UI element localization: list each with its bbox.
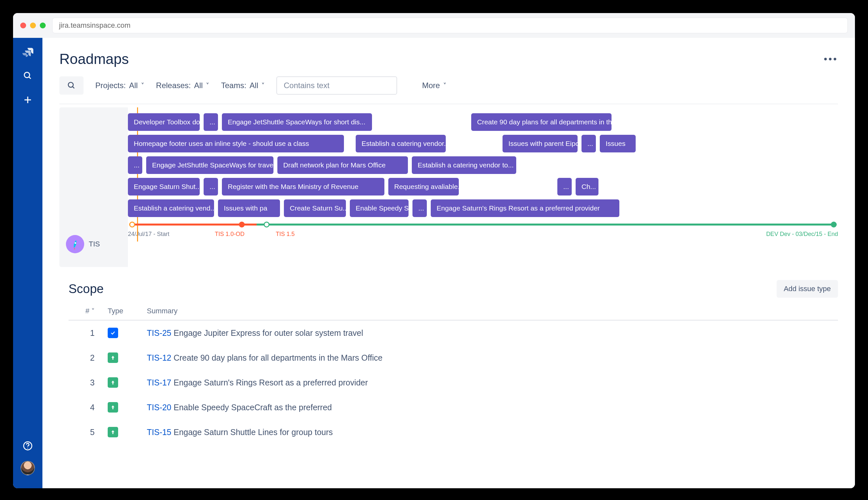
svg-line-1 [29, 77, 31, 79]
issue-key-link[interactable]: TIS-17 [147, 378, 174, 387]
main-content: Roadmaps ••• Projects: All ˅ Releases: A… [43, 38, 855, 488]
rocket-icon [66, 235, 84, 253]
chevron-down-icon: ˅ [261, 82, 265, 89]
row-summary: TIS-15 Engage Saturn Shuttle Lines for g… [147, 428, 838, 437]
help-icon[interactable] [21, 439, 34, 452]
chevron-down-icon: ˅ [91, 307, 95, 315]
row-summary: TIS-25 Engage Jupiter Express for outer … [147, 328, 838, 338]
col-number-label: # [85, 307, 89, 315]
gantt-bar[interactable]: Engage JetShuttle SpaceWays for travel [146, 156, 273, 174]
svg-point-6 [68, 82, 73, 87]
gantt-bar[interactable]: ... [204, 178, 218, 195]
team-badge[interactable]: TIS [66, 235, 100, 253]
gantt-bar[interactable]: ... [204, 113, 218, 131]
col-type[interactable]: Type [108, 307, 134, 315]
scope-title: Scope [69, 282, 104, 296]
close-icon[interactable] [20, 23, 26, 29]
more-filters[interactable]: More ˅ [422, 81, 446, 90]
filter-value: All [194, 81, 203, 90]
scope-section: Scope Add issue type # ˅ Type Summary 1T… [43, 267, 855, 444]
gantt-bar[interactable]: Draft network plan for Mars Office [277, 156, 408, 174]
col-summary[interactable]: Summary [147, 307, 838, 315]
avatar[interactable] [21, 461, 35, 475]
gantt-bar[interactable]: Create Saturn Su... [284, 200, 346, 217]
row-number: 4 [69, 403, 95, 412]
timeline-start-label: 24/Jul/17 - Start [128, 231, 169, 238]
svg-point-5 [27, 448, 28, 449]
gantt-bar[interactable]: ... [412, 200, 427, 217]
teams-filter[interactable]: Teams: All ˅ [221, 81, 265, 90]
gantt-bar[interactable]: Engage JetShuttle SpaceWays for short di… [222, 113, 372, 131]
releases-filter[interactable]: Releases: All ˅ [156, 81, 209, 90]
issue-key-link[interactable]: TIS-15 [147, 428, 174, 437]
gantt-bar[interactable]: ... [582, 135, 596, 152]
search-icon[interactable] [21, 69, 34, 82]
row-number: 2 [69, 353, 95, 363]
roadmap-panel: TIS Developer Toolbox do......Engage Jet… [43, 104, 855, 267]
address-bar[interactable]: jira.teamsinspace.com [52, 18, 848, 33]
table-row[interactable]: 4TIS-20 Enable Speedy SpaceCraft as the … [69, 395, 838, 420]
gantt-bar[interactable]: Issues with parent Eipc [503, 135, 578, 152]
gantt-bar[interactable]: Requesting avaliable... [388, 178, 459, 195]
timeline-mid2-label: TIS 1.5 [276, 231, 295, 238]
col-number[interactable]: # ˅ [69, 307, 95, 315]
minimize-icon[interactable] [30, 23, 36, 29]
gantt-row: Homepage footer uses an inline style - s… [128, 135, 838, 152]
filters-bar: Projects: All ˅ Releases: All ˅ Teams: A… [43, 73, 855, 104]
filter-label: Releases: [156, 81, 191, 90]
svg-line-7 [72, 87, 74, 88]
row-number: 5 [69, 428, 95, 437]
issue-summary-text: Engage Saturn Shuttle Lines for group to… [174, 428, 333, 437]
issue-key-link[interactable]: TIS-25 [147, 328, 174, 338]
gantt-bar[interactable]: Create 90 day plans for all departments … [471, 113, 612, 131]
gantt-bar[interactable]: Engage Saturn's Rings Resort as a prefer… [431, 200, 619, 217]
row-number: 1 [69, 328, 95, 338]
gantt-bar[interactable]: Developer Toolbox do... [128, 113, 200, 131]
filter-search-button[interactable] [59, 76, 83, 95]
gantt-bar[interactable]: Ch... [575, 178, 598, 195]
improvement-icon [108, 402, 118, 412]
gantt-bar[interactable]: Enable Speedy S... [350, 200, 409, 217]
gantt-bar[interactable]: Issues with pa [218, 200, 280, 217]
row-type [108, 377, 134, 388]
gantt-area[interactable]: Developer Toolbox do......Engage JetShut… [128, 107, 838, 267]
gantt-bar[interactable]: Establish a catering vendor... [356, 135, 446, 152]
zoom-icon[interactable] [40, 23, 46, 29]
timeline-labels: 24/Jul/17 - Start TIS 1.0-OD TIS 1.5 DEV… [128, 231, 838, 238]
gantt-bar[interactable]: Engage Saturn Shut... [128, 178, 200, 195]
add-issue-type-button[interactable]: Add issue type [777, 280, 838, 298]
table-row[interactable]: 2TIS-12 Create 90 day plans for all depa… [69, 345, 838, 370]
gantt-bar[interactable]: Issues [600, 135, 636, 152]
gantt-row: Establish a catering vend...Issues with … [128, 200, 838, 217]
create-icon[interactable] [21, 93, 34, 106]
row-summary: TIS-12 Create 90 day plans for all depar… [147, 353, 838, 363]
filter-value: All [250, 81, 259, 90]
gantt-bar[interactable]: Establish a catering vendor to... [412, 156, 516, 174]
issue-summary-text: Engage Saturn's Rings Resort as a prefer… [174, 378, 368, 387]
issue-summary-text: Create 90 day plans for all departments … [174, 353, 382, 362]
filter-value: All [129, 81, 138, 90]
table-row[interactable]: 5TIS-15 Engage Saturn Shuttle Lines for … [69, 420, 838, 444]
projects-filter[interactable]: Projects: All ˅ [95, 81, 144, 90]
issue-key-link[interactable]: TIS-20 [147, 403, 174, 412]
jira-logo-icon[interactable] [21, 45, 34, 58]
row-summary: TIS-17 Engage Saturn's Rings Resort as a… [147, 378, 838, 387]
gantt-bar[interactable]: ... [128, 156, 142, 174]
table-row[interactable]: 3TIS-17 Engage Saturn's Rings Resort as … [69, 370, 838, 395]
gantt-bar[interactable]: Register with the Mars Ministry of Reven… [222, 178, 385, 195]
table-row[interactable]: 1TIS-25 Engage Jupiter Express for outer… [69, 320, 838, 345]
more-actions-icon[interactable]: ••• [824, 54, 838, 65]
row-type [108, 328, 134, 338]
timeline [129, 221, 837, 227]
gantt-row: ...Engage JetShuttle SpaceWays for trave… [128, 156, 838, 174]
gantt-bar[interactable]: ... [557, 178, 572, 195]
row-type [108, 352, 134, 363]
chevron-down-icon: ˅ [206, 82, 209, 89]
filter-label: Projects: [95, 81, 126, 90]
gantt-bar[interactable]: Establish a catering vend... [128, 200, 214, 217]
contains-text-input[interactable] [276, 76, 397, 95]
gantt-bar[interactable]: Homepage footer uses an inline style - s… [128, 135, 344, 152]
scope-table-header: # ˅ Type Summary [69, 304, 838, 320]
issue-key-link[interactable]: TIS-12 [147, 353, 174, 362]
svg-point-0 [24, 72, 30, 78]
